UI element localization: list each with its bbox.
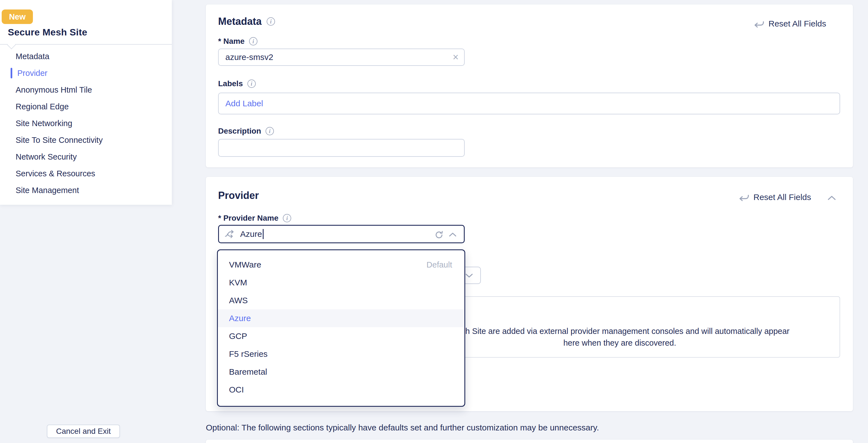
dropdown-option-label: VMWare [229,260,261,269]
undo-icon [752,18,764,30]
dropdown-option-label: KVM [229,278,247,287]
name-input[interactable]: azure-smsv2 × [218,49,465,66]
sidebar-item-services-resources[interactable]: Services & Resources [0,165,172,182]
labels-field-label: Labels [218,79,243,88]
dropdown-option-vmware[interactable]: VMWare Default [218,256,464,274]
sidebar: New Secure Mesh Site Metadata Provider A… [0,0,172,205]
info-icon[interactable]: i [267,17,275,26]
sidebar-item-anonymous-html-tile[interactable]: Anonymous Html Tile [0,82,172,98]
info-icon[interactable]: i [266,127,274,135]
sidebar-item-provider[interactable]: Provider [0,65,172,82]
page-title: Secure Mesh Site [8,27,87,38]
dropdown-option-label: OCI [229,385,244,394]
provider-dropdown-menu: VMWare Default KVM AWS Azure GCP F5 rSer… [217,249,465,407]
clear-icon[interactable]: × [453,52,459,62]
provider-section-card: Provider Reset All Fields * Provider Nam… [206,177,853,411]
description-field-label: Description [218,127,261,136]
refresh-icon[interactable] [434,230,444,240]
dropdown-option-label: F5 rSeries [229,349,268,358]
dropdown-option-aws[interactable]: AWS [218,292,464,309]
provider-info-line-1: Mesh Site are added via external provide… [414,325,826,337]
text-cursor [263,229,264,239]
reset-all-fields-button[interactable]: Reset All Fields [752,18,826,30]
metadata-section-card: Metadata i Reset All Fields * Name i azu… [206,4,853,167]
metadata-section-title: Metadata i [218,16,275,27]
info-icon[interactable]: i [283,214,291,222]
dropdown-option-kvm[interactable]: KVM [218,274,464,292]
new-badge: New [2,9,33,24]
name-input-value: azure-smsv2 [225,53,273,62]
sidebar-nav: Metadata Provider Anonymous Html Tile Re… [0,48,172,199]
collapse-section-chevron-up-icon[interactable] [826,194,837,201]
chevron-down-icon [464,272,474,279]
info-icon[interactable]: i [247,80,256,88]
sidebar-item-network-security[interactable]: Network Security [0,148,172,165]
dropdown-option-baremetal[interactable]: Baremetal [218,363,464,381]
reset-all-fields-label: Reset All Fields [768,19,826,28]
provider-section-title: Provider [218,190,259,201]
reset-all-fields-label: Reset All Fields [753,193,811,202]
provider-name-label: * Provider Name [218,214,278,223]
provider-info-line-2: here when they are discovered. [414,337,826,349]
labels-input[interactable]: Add Label [218,93,840,114]
sidebar-item-site-management[interactable]: Site Management [0,182,172,199]
metadata-title-text: Metadata [218,16,261,27]
provider-name-combobox[interactable]: Azure [218,225,465,243]
sidebar-item-regional-edge[interactable]: Regional Edge [0,98,172,115]
name-field-label-row: * Name i [218,37,257,46]
sidebar-item-site-networking[interactable]: Site Networking [0,115,172,132]
description-field-label-row: Description i [218,127,274,136]
labels-field-label-row: Labels i [218,79,256,88]
dropdown-option-f5-rseries[interactable]: F5 rSeries [218,345,464,363]
sidebar-item-metadata[interactable]: Metadata [0,48,172,65]
cancel-and-exit-button[interactable]: Cancel and Exit [47,424,120,438]
add-label-button[interactable]: Add Label [219,99,263,108]
info-icon[interactable]: i [249,37,257,46]
dropdown-option-gcp[interactable]: GCP [218,327,464,345]
provider-name-input-value: Azure [240,229,262,239]
default-badge: Default [427,256,452,274]
dropdown-option-oci[interactable]: OCI [218,381,464,398]
name-field-label: * Name [218,37,245,46]
dropdown-option-label: Baremetal [229,367,267,376]
undo-icon [737,191,749,203]
dropdown-option-azure[interactable]: Azure [218,309,464,327]
sidebar-item-site-to-site-connectivity[interactable]: Site To Site Connectivity [0,132,172,148]
provider-title-text: Provider [218,190,259,201]
shuffle-icon [224,228,235,240]
dropdown-option-label: Azure [229,314,251,323]
optional-sections-note: Optional: The following sections typical… [206,423,599,433]
sidebar-divider [0,44,172,45]
reset-all-fields-button[interactable]: Reset All Fields [737,191,811,203]
provider-name-label-row: * Provider Name i [218,214,291,223]
description-input[interactable] [218,139,465,157]
dropdown-option-label: GCP [229,331,247,341]
chevron-up-icon[interactable] [448,231,458,238]
next-section-card [206,440,853,443]
dropdown-option-label: AWS [229,296,248,305]
